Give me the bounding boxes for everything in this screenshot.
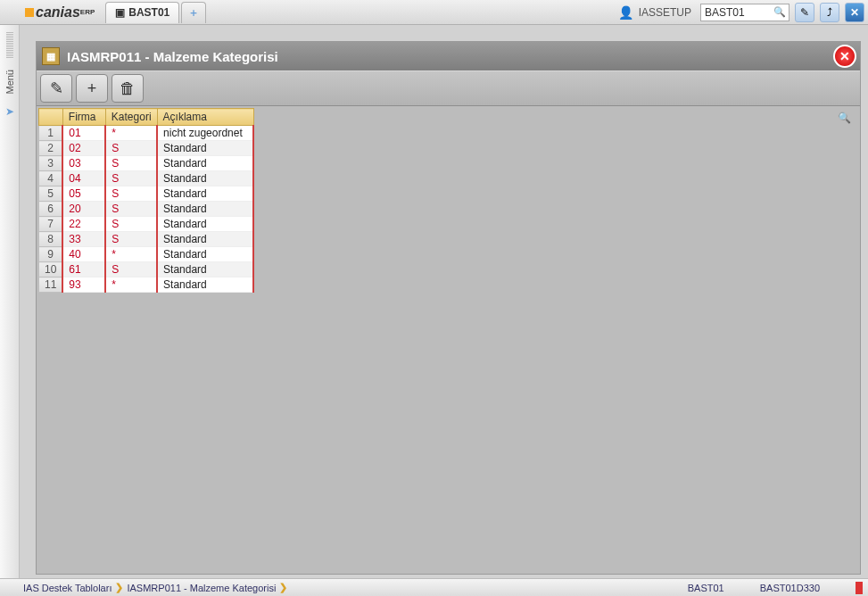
cell-firma[interactable]: 01	[62, 126, 105, 141]
search-wrap: 🔍	[700, 4, 789, 21]
breadcrumb-2[interactable]: IASMRP011 - Malzeme Kategorisi	[127, 583, 276, 593]
cell-kategori[interactable]: S	[105, 202, 157, 217]
row-number: 8	[39, 232, 63, 247]
tab-label: BAST01	[128, 6, 169, 19]
tab-add-button[interactable]: ＋	[181, 2, 206, 23]
side-handle[interactable]	[6, 32, 13, 59]
cell-aciklama[interactable]: Standard	[157, 141, 253, 156]
cell-aciklama[interactable]: Standard	[157, 156, 253, 171]
breadcrumb-1[interactable]: IAS Destek Tabloları	[23, 583, 112, 593]
plus-icon: ＋	[188, 5, 199, 21]
cell-kategori[interactable]: S	[105, 262, 157, 277]
cell-kategori[interactable]: *	[105, 247, 157, 262]
link-icon: ⤴	[827, 6, 832, 19]
grid-search-icon[interactable]: 🔍	[838, 112, 851, 124]
cell-kategori[interactable]: S	[105, 186, 157, 202]
row-number: 3	[39, 156, 63, 171]
cell-firma[interactable]: 02	[62, 141, 105, 156]
col-head-firma[interactable]: Firma	[62, 109, 105, 126]
row-number: 1	[39, 126, 63, 141]
top-action-1[interactable]: ✎	[795, 3, 814, 22]
topbar: caniasERP ▣ BAST01 ＋ 👤 IASSETUP 🔍 ✎ ⤴ ✕	[0, 0, 868, 25]
delete-button[interactable]: 🗑	[112, 74, 144, 103]
panel-title-icon: ▦	[42, 47, 60, 65]
cell-firma[interactable]: 22	[62, 217, 105, 232]
panel-close-button[interactable]: ✕	[833, 45, 856, 68]
row-number: 11	[39, 277, 63, 293]
side-menu-label[interactable]: Menü	[4, 70, 15, 95]
edit-button[interactable]: ✎	[40, 74, 72, 103]
add-button[interactable]: +	[76, 74, 108, 103]
breadcrumb-sep-icon: ❯	[115, 582, 123, 593]
user-name: IASSETUP	[639, 6, 691, 19]
table-row[interactable]: 202SStandard	[39, 141, 254, 156]
cell-aciklama[interactable]: Standard	[157, 202, 253, 217]
close-icon: ✕	[850, 6, 859, 19]
side-expand-icon[interactable]: ➤	[5, 105, 14, 118]
cell-aciklama[interactable]: Standard	[157, 186, 253, 202]
tab-icon: ▣	[115, 6, 125, 19]
top-close-button[interactable]: ✕	[845, 3, 864, 22]
table-row[interactable]: 620SStandard	[39, 202, 254, 217]
status-code-1: BAST01	[688, 583, 724, 593]
statusbar: IAS Destek Tabloları ❯ IASMRP011 - Malze…	[0, 578, 868, 596]
col-head-aciklama[interactable]: Açıklama	[157, 109, 253, 126]
table-row[interactable]: 940*Standard	[39, 247, 254, 262]
table-row[interactable]: 833SStandard	[39, 232, 254, 247]
cell-aciklama[interactable]: Standard	[157, 171, 253, 186]
grid-area: 🔍 Firma Kategori Açıklama 101*nicht zuge…	[37, 106, 860, 574]
cell-firma[interactable]: 40	[62, 247, 105, 262]
table-row[interactable]: 722SStandard	[39, 217, 254, 232]
cell-kategori[interactable]: S	[105, 156, 157, 171]
close-icon: ✕	[839, 49, 850, 63]
breadcrumb-sep-icon: ❯	[279, 582, 287, 593]
cell-firma[interactable]: 93	[62, 277, 105, 293]
side-strip: Menü ➤	[0, 25, 20, 578]
cell-firma[interactable]: 03	[62, 156, 105, 171]
col-head-kategori[interactable]: Kategori	[105, 109, 157, 126]
pencil-icon: ✎	[50, 79, 63, 98]
data-grid: Firma Kategori Açıklama 101*nicht zugeor…	[38, 108, 254, 293]
cell-firma[interactable]: 20	[62, 202, 105, 217]
cell-firma[interactable]: 33	[62, 232, 105, 247]
app-logo: caniasERP	[25, 4, 95, 21]
cell-aciklama[interactable]: nicht zugeordnet	[157, 126, 253, 141]
cell-aciklama[interactable]: Standard	[157, 262, 253, 277]
row-number: 2	[39, 141, 63, 156]
row-number: 9	[39, 247, 63, 262]
cell-aciklama[interactable]: Standard	[157, 247, 253, 262]
cell-aciklama[interactable]: Standard	[157, 277, 253, 293]
table-row[interactable]: 303SStandard	[39, 156, 254, 171]
row-number: 7	[39, 217, 63, 232]
app-suffix: ERP	[80, 8, 95, 16]
cell-aciklama[interactable]: Standard	[157, 217, 253, 232]
tab-active[interactable]: ▣ BAST01	[105, 2, 179, 23]
top-action-2[interactable]: ⤴	[820, 3, 839, 22]
cell-firma[interactable]: 05	[62, 186, 105, 202]
panel-title-text: IASMRP011 - Malzeme Kategorisi	[67, 49, 278, 64]
status-indicator-icon	[856, 582, 863, 594]
table-row[interactable]: 404SStandard	[39, 171, 254, 186]
row-number: 5	[39, 186, 63, 202]
row-number: 6	[39, 202, 63, 217]
cell-firma[interactable]: 04	[62, 171, 105, 186]
table-row[interactable]: 1061SStandard	[39, 262, 254, 277]
table-row[interactable]: 1193*Standard	[39, 277, 254, 293]
trash-icon: 🗑	[120, 79, 136, 98]
panel-titlebar: ▦ IASMRP011 - Malzeme Kategorisi ✕	[37, 42, 860, 70]
search-icon[interactable]: 🔍	[773, 6, 786, 18]
col-head-rownum[interactable]	[39, 109, 63, 126]
panel: ▦ IASMRP011 - Malzeme Kategorisi ✕ ✎ + 🗑…	[36, 41, 861, 575]
cell-kategori[interactable]: S	[105, 232, 157, 247]
note-icon: ✎	[800, 6, 809, 19]
cell-kategori[interactable]: *	[105, 126, 157, 141]
cell-kategori[interactable]: S	[105, 171, 157, 186]
workarea: ▦ IASMRP011 - Malzeme Kategorisi ✕ ✎ + 🗑…	[20, 25, 868, 578]
cell-kategori[interactable]: S	[105, 217, 157, 232]
cell-kategori[interactable]: S	[105, 141, 157, 156]
table-row[interactable]: 101*nicht zugeordnet	[39, 126, 254, 141]
cell-firma[interactable]: 61	[62, 262, 105, 277]
table-row[interactable]: 505SStandard	[39, 186, 254, 202]
cell-kategori[interactable]: *	[105, 277, 157, 293]
cell-aciklama[interactable]: Standard	[157, 232, 253, 247]
